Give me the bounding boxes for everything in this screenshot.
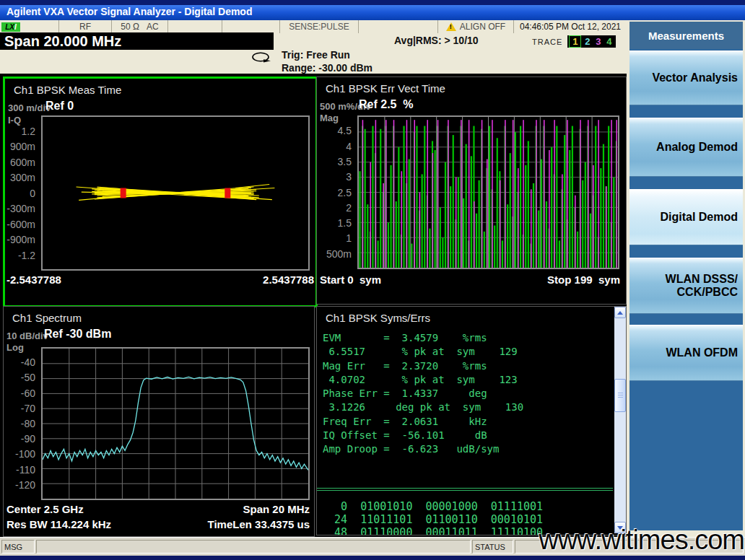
measurement-sidebar: Measurements Vector AnalysisAnalog Demod… <box>627 20 745 537</box>
message-area <box>36 540 471 554</box>
strip-empty-cell-3 <box>359 20 438 33</box>
ref-level: Ref 2.5 % <box>359 98 414 111</box>
y-tick-label: -70 <box>21 403 35 414</box>
y-tick-label: 300m <box>10 172 35 183</box>
panel-bpsk-err-vect-time[interactable]: Ch1 BPSK Err Vect Time 500 m%/div Ref 2.… <box>316 76 627 305</box>
y-axis-ticks: 1.2900m600m300m0-300m-600m-900m-1.2 <box>5 115 38 271</box>
sidebar-button-analog-demod[interactable]: Analog Demod <box>629 118 743 177</box>
panel-title: Ch1 BPSK Meas Time <box>14 84 121 96</box>
measurement-header-bar: Span 20.000 MHz Avg|RMS: > 10/10 Trig: F… <box>0 33 627 74</box>
syms-scrollbar[interactable] <box>614 307 626 533</box>
window-border-bottom <box>0 556 745 560</box>
panel-spectrum[interactable]: Ch1 Spectrum 10 dB/div Ref -30 dBm Log -… <box>3 306 315 537</box>
rf-indicator: RF <box>59 20 112 33</box>
lxi-badge: LXI <box>1 22 20 32</box>
table-separator <box>317 488 613 491</box>
span-readout[interactable]: Span 20.000 MHz <box>0 32 274 50</box>
y-tick-label: -100 <box>15 448 35 460</box>
spectrum-trace-svg <box>43 349 308 499</box>
y-tick-label: 4.5 <box>338 125 352 136</box>
trace-1-selector[interactable]: 1 <box>569 35 581 48</box>
time-len-label: TimeLen 33.4375 us <box>208 518 310 530</box>
lxi-lx: LX <box>5 23 14 31</box>
free-run-trigger-icon <box>250 51 274 64</box>
error-summary-text: EVM = 3.4579 %rms 6.5517 % pk at sym 129… <box>323 331 523 457</box>
y-tick-label: 600m <box>10 157 35 168</box>
window-border-top <box>0 0 745 5</box>
span-label: Span 20 MHz <box>243 503 310 515</box>
y-tick-label: 3 <box>346 171 352 183</box>
lxi-i: I <box>14 23 17 31</box>
y-tick-label: -600m <box>6 219 35 230</box>
panel-bpsk-meas-time[interactable]: Ch1 BPSK Meas Time 300 m/div Ref 0 I-Q 1… <box>3 76 318 307</box>
sidebar-button-wlan-dsss-cck-pbcc[interactable]: WLAN DSSS/ CCK/PBCC <box>629 258 743 314</box>
y-tick-label: -300m <box>6 203 35 214</box>
center-freq-label: Center 2.5 GHz <box>6 503 84 515</box>
spectrum-plot <box>41 347 310 500</box>
window-titlebar[interactable]: Agilent VXA Vector Signal Analyzer - Dig… <box>0 5 745 20</box>
trace-selector: TRACE 1234 <box>532 35 616 48</box>
y-tick-label: -110 <box>16 464 35 476</box>
y-tick-label: 1.2 <box>22 126 35 137</box>
msg-cell: MSG <box>1 540 35 554</box>
watermark-text: www.witimes.com <box>539 525 744 556</box>
res-bw-label: Res BW 114.224 kHz <box>6 518 111 530</box>
panel-syms-errs[interactable]: Ch1 BPSK Syms/Errs EVM = 3.4579 %rms 6.5… <box>316 306 627 535</box>
scroll-up-button[interactable] <box>614 307 626 318</box>
ref-level: Ref 0 <box>45 100 74 113</box>
y-tick-label: -40 <box>21 356 35 368</box>
chevron-up-icon <box>617 311 623 315</box>
strip-empty-cell-1 <box>168 20 222 33</box>
status-cell: STATUS <box>472 540 513 554</box>
x-axis-start: Start 0 sym <box>320 274 381 286</box>
x-axis-stop: Stop 199 sym <box>547 274 620 286</box>
align-status-text: ALIGN OFF <box>460 22 505 32</box>
y-tick-label: -1.2 <box>18 250 35 261</box>
ref-level: Ref -30 dBm <box>44 328 111 341</box>
sidebar-button-wlan-ofdm[interactable]: WLAN OFDM <box>629 325 743 381</box>
iq-constellation-plot <box>41 115 310 271</box>
align-status-cell: ! ALIGN OFF <box>438 20 514 33</box>
scroll-thumb[interactable] <box>614 379 626 412</box>
scale-per-div: 300 m/div <box>8 102 51 113</box>
input-coupling-cell: 50 Ω AC <box>112 20 168 33</box>
y-tick-label: -80 <box>21 418 35 429</box>
x-axis-max: 2.5437788 <box>263 274 314 286</box>
sidebar-header: Measurements <box>629 22 743 49</box>
y-tick-label: 1 <box>346 232 352 244</box>
sense-indicator: SENSE:PULSE <box>280 20 359 33</box>
y-tick-label: 1.5 <box>338 217 352 229</box>
y-tick-label: 2 <box>346 202 352 214</box>
coupling-indicator: AC <box>147 22 159 32</box>
panel-title: Ch1 BPSK Err Vect Time <box>326 82 445 95</box>
thumb-grip-icon <box>618 393 623 399</box>
trace-2-selector[interactable]: 2 <box>582 36 593 47</box>
y-tick-label: -900m <box>6 234 35 245</box>
y-tick-label: 0 <box>30 188 35 199</box>
trace-3-selector[interactable]: 3 <box>593 36 604 47</box>
meas-time-trace-svg <box>43 117 308 269</box>
sidebar-column: Measurements Vector AnalysisAnalog Demod… <box>629 22 743 530</box>
scale-per-div: 10 dB/div <box>6 331 48 341</box>
x-axis-min: -2.5437788 <box>6 274 61 286</box>
y-tick-label: 2.5 <box>338 187 352 198</box>
panel-title: Ch1 BPSK Syms/Errs <box>326 312 430 324</box>
err-vect-trace-svg <box>359 117 618 268</box>
range-readout: Range: -30.00 dBm <box>282 62 372 74</box>
y-tick-label: 4 <box>346 141 352 152</box>
trace-4-selector[interactable]: 4 <box>604 36 614 47</box>
window-title: Agilent VXA Vector Signal Analyzer - Dig… <box>6 6 252 17</box>
y-axis-ticks: 4.543.532.521.51500m <box>317 115 354 269</box>
y-tick-label: -50 <box>21 372 35 383</box>
y-tick-label: 900m <box>10 141 35 152</box>
datetime-display: 04:46:05 PM Oct 12, 2021 <box>514 20 627 33</box>
impedance-indicator: 50 Ω <box>121 22 139 32</box>
sidebar-button-digital-demod[interactable]: Digital Demod <box>629 189 743 245</box>
y-axis-ticks: -40-50-60-70-80-90-100-110-120 <box>4 347 38 500</box>
lxi-cell: LXI <box>0 20 59 33</box>
error-vector-plot <box>357 115 619 269</box>
warning-icon: ! <box>446 22 457 32</box>
sidebar-button-vector-analysis[interactable]: Vector Analysis <box>629 51 743 105</box>
strip-empty-cell-2 <box>222 20 280 33</box>
panel-title: Ch1 Spectrum <box>12 312 82 324</box>
